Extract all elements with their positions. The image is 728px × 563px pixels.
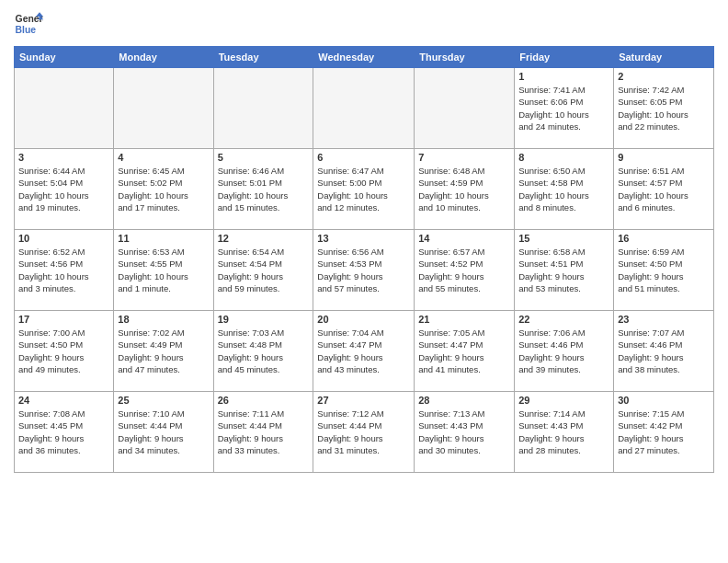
week-row-0: 1Sunrise: 7:41 AM Sunset: 6:06 PM Daylig… [15, 68, 714, 149]
day-info: Sunrise: 7:03 AM Sunset: 4:48 PM Dayligh… [218, 327, 310, 375]
day-cell-2-6: 16Sunrise: 6:59 AM Sunset: 4:50 PM Dayli… [614, 230, 714, 311]
day-cell-1-4: 7Sunrise: 6:48 AM Sunset: 4:59 PM Daylig… [415, 149, 515, 230]
weekday-header-tuesday: Tuesday [213, 47, 313, 68]
day-info: Sunrise: 7:42 AM Sunset: 6:05 PM Dayligh… [618, 84, 710, 132]
day-info: Sunrise: 6:45 AM Sunset: 5:02 PM Dayligh… [118, 165, 209, 213]
day-info: Sunrise: 6:58 AM Sunset: 4:51 PM Dayligh… [518, 246, 609, 294]
day-cell-0-3 [313, 68, 415, 149]
logo: General Blue [14, 9, 43, 39]
day-info: Sunrise: 7:10 AM Sunset: 4:44 PM Dayligh… [118, 408, 209, 456]
day-number: 21 [418, 314, 510, 325]
day-number: 10 [18, 233, 109, 244]
day-info: Sunrise: 6:51 AM Sunset: 4:57 PM Dayligh… [618, 165, 710, 213]
day-cell-4-2: 26Sunrise: 7:11 AM Sunset: 4:44 PM Dayli… [213, 392, 313, 473]
day-info: Sunrise: 7:15 AM Sunset: 4:42 PM Dayligh… [618, 408, 710, 456]
day-info: Sunrise: 7:02 AM Sunset: 4:49 PM Dayligh… [118, 327, 209, 375]
day-number: 8 [518, 152, 609, 163]
day-cell-2-4: 14Sunrise: 6:57 AM Sunset: 4:52 PM Dayli… [415, 230, 515, 311]
day-cell-2-2: 12Sunrise: 6:54 AM Sunset: 4:54 PM Dayli… [213, 230, 313, 311]
day-number: 15 [518, 233, 609, 244]
day-info: Sunrise: 6:48 AM Sunset: 4:59 PM Dayligh… [418, 165, 510, 213]
day-cell-1-2: 5Sunrise: 6:46 AM Sunset: 5:01 PM Daylig… [213, 149, 313, 230]
day-cell-2-3: 13Sunrise: 6:56 AM Sunset: 4:53 PM Dayli… [313, 230, 415, 311]
day-cell-4-6: 30Sunrise: 7:15 AM Sunset: 4:42 PM Dayli… [614, 392, 714, 473]
day-cell-2-1: 11Sunrise: 6:53 AM Sunset: 4:55 PM Dayli… [114, 230, 213, 311]
day-number: 11 [118, 233, 209, 244]
day-cell-0-5: 1Sunrise: 7:41 AM Sunset: 6:06 PM Daylig… [515, 68, 614, 149]
weekday-header-thursday: Thursday [415, 47, 515, 68]
day-cell-1-3: 6Sunrise: 6:47 AM Sunset: 5:00 PM Daylig… [313, 149, 415, 230]
day-info: Sunrise: 6:50 AM Sunset: 4:58 PM Dayligh… [518, 165, 609, 213]
day-number: 2 [618, 71, 710, 82]
day-info: Sunrise: 6:44 AM Sunset: 5:04 PM Dayligh… [18, 165, 109, 213]
day-number: 26 [218, 395, 310, 406]
day-number: 18 [118, 314, 209, 325]
week-row-2: 10Sunrise: 6:52 AM Sunset: 4:56 PM Dayli… [15, 230, 714, 311]
day-cell-3-2: 19Sunrise: 7:03 AM Sunset: 4:48 PM Dayli… [213, 311, 313, 392]
day-number: 29 [518, 395, 609, 406]
day-cell-0-4 [415, 68, 515, 149]
day-number: 22 [518, 314, 609, 325]
day-number: 27 [317, 395, 410, 406]
day-info: Sunrise: 7:07 AM Sunset: 4:46 PM Dayligh… [618, 327, 710, 375]
day-number: 5 [218, 152, 310, 163]
day-info: Sunrise: 6:53 AM Sunset: 4:55 PM Dayligh… [118, 246, 209, 294]
day-cell-3-0: 17Sunrise: 7:00 AM Sunset: 4:50 PM Dayli… [15, 311, 114, 392]
weekday-header-friday: Friday [515, 47, 614, 68]
day-info: Sunrise: 7:12 AM Sunset: 4:44 PM Dayligh… [317, 408, 410, 456]
day-info: Sunrise: 7:13 AM Sunset: 4:43 PM Dayligh… [418, 408, 510, 456]
day-info: Sunrise: 7:08 AM Sunset: 4:45 PM Dayligh… [18, 408, 109, 456]
day-number: 24 [18, 395, 109, 406]
day-info: Sunrise: 7:11 AM Sunset: 4:44 PM Dayligh… [218, 408, 310, 456]
weekday-header-monday: Monday [114, 47, 213, 68]
day-info: Sunrise: 6:57 AM Sunset: 4:52 PM Dayligh… [418, 246, 510, 294]
day-cell-3-5: 22Sunrise: 7:06 AM Sunset: 4:46 PM Dayli… [515, 311, 614, 392]
logo-icon: General Blue [14, 9, 43, 39]
weekday-header-wednesday: Wednesday [313, 47, 415, 68]
day-cell-3-3: 20Sunrise: 7:04 AM Sunset: 4:47 PM Dayli… [313, 311, 415, 392]
day-cell-4-1: 25Sunrise: 7:10 AM Sunset: 4:44 PM Dayli… [114, 392, 213, 473]
day-info: Sunrise: 6:56 AM Sunset: 4:53 PM Dayligh… [317, 246, 410, 294]
day-cell-1-5: 8Sunrise: 6:50 AM Sunset: 4:58 PM Daylig… [515, 149, 614, 230]
day-number: 23 [618, 314, 710, 325]
day-cell-4-5: 29Sunrise: 7:14 AM Sunset: 4:43 PM Dayli… [515, 392, 614, 473]
day-info: Sunrise: 6:54 AM Sunset: 4:54 PM Dayligh… [218, 246, 310, 294]
day-info: Sunrise: 7:04 AM Sunset: 4:47 PM Dayligh… [317, 327, 410, 375]
day-cell-4-3: 27Sunrise: 7:12 AM Sunset: 4:44 PM Dayli… [313, 392, 415, 473]
calendar-table: SundayMondayTuesdayWednesdayThursdayFrid… [14, 46, 714, 473]
day-cell-1-1: 4Sunrise: 6:45 AM Sunset: 5:02 PM Daylig… [114, 149, 213, 230]
day-info: Sunrise: 6:52 AM Sunset: 4:56 PM Dayligh… [18, 246, 109, 294]
day-cell-0-6: 2Sunrise: 7:42 AM Sunset: 6:05 PM Daylig… [614, 68, 714, 149]
day-info: Sunrise: 7:06 AM Sunset: 4:46 PM Dayligh… [518, 327, 609, 375]
page-container: General Blue SundayMondayTuesdayWednesda… [0, 0, 728, 477]
day-cell-1-0: 3Sunrise: 6:44 AM Sunset: 5:04 PM Daylig… [15, 149, 114, 230]
weekday-header-saturday: Saturday [614, 47, 714, 68]
day-number: 9 [618, 152, 710, 163]
day-cell-0-0 [15, 68, 114, 149]
day-number: 17 [18, 314, 109, 325]
day-cell-2-5: 15Sunrise: 6:58 AM Sunset: 4:51 PM Dayli… [515, 230, 614, 311]
day-number: 7 [418, 152, 510, 163]
week-row-4: 24Sunrise: 7:08 AM Sunset: 4:45 PM Dayli… [15, 392, 714, 473]
day-info: Sunrise: 7:00 AM Sunset: 4:50 PM Dayligh… [18, 327, 109, 375]
day-number: 12 [218, 233, 310, 244]
day-info: Sunrise: 6:59 AM Sunset: 4:50 PM Dayligh… [618, 246, 710, 294]
day-cell-2-0: 10Sunrise: 6:52 AM Sunset: 4:56 PM Dayli… [15, 230, 114, 311]
day-cell-0-1 [114, 68, 213, 149]
day-cell-0-2 [213, 68, 313, 149]
day-info: Sunrise: 7:05 AM Sunset: 4:47 PM Dayligh… [418, 327, 510, 375]
day-number: 19 [218, 314, 310, 325]
day-number: 13 [317, 233, 410, 244]
day-info: Sunrise: 7:14 AM Sunset: 4:43 PM Dayligh… [518, 408, 609, 456]
day-number: 4 [118, 152, 209, 163]
day-number: 14 [418, 233, 510, 244]
svg-text:Blue: Blue [16, 25, 37, 35]
day-number: 16 [618, 233, 710, 244]
weekday-header-row: SundayMondayTuesdayWednesdayThursdayFrid… [15, 47, 714, 68]
day-cell-3-6: 23Sunrise: 7:07 AM Sunset: 4:46 PM Dayli… [614, 311, 714, 392]
day-cell-3-1: 18Sunrise: 7:02 AM Sunset: 4:49 PM Dayli… [114, 311, 213, 392]
day-info: Sunrise: 6:46 AM Sunset: 5:01 PM Dayligh… [218, 165, 310, 213]
day-number: 20 [317, 314, 410, 325]
day-number: 25 [118, 395, 209, 406]
day-cell-3-4: 21Sunrise: 7:05 AM Sunset: 4:47 PM Dayli… [415, 311, 515, 392]
